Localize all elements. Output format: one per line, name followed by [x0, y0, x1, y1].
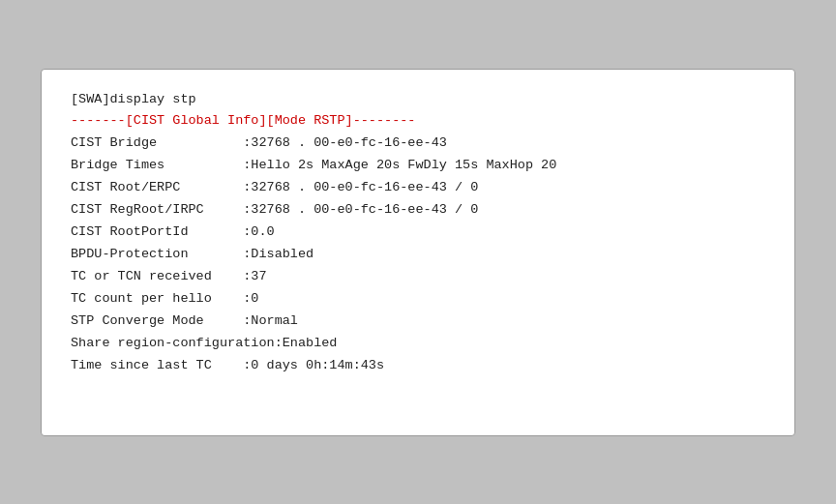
table-row: Bridge Times :Hello 2s MaxAge 20s FwDly …: [71, 155, 765, 177]
row-label: STP Converge Mode: [71, 311, 243, 333]
row-label: TC count per hello: [71, 288, 243, 311]
row-label: CIST Root/ERPC: [71, 177, 243, 199]
row-label: TC or TCN received: [71, 266, 243, 288]
row-value: :Enabled: [275, 336, 338, 350]
table-row: BPDU-Protection :Disabled: [71, 244, 765, 266]
table-row: TC or TCN received :37: [71, 266, 765, 288]
table-row: STP Converge Mode :Normal: [71, 311, 765, 333]
row-label: CIST RegRoot/IRPC: [71, 199, 243, 222]
table-row: CIST Root/ERPC :32768 . 00-e0-fc-16-ee-4…: [71, 177, 765, 199]
row-label: CIST RootPortId: [71, 222, 243, 244]
table-row: CIST Bridge :32768 . 00-e0-fc-16-ee-43: [71, 133, 765, 155]
command-line: [SWA]display stp: [71, 89, 765, 111]
row-label: CIST Bridge: [71, 133, 243, 155]
table-row: Share region-configuration:Enabled: [71, 333, 765, 355]
table-row: Time since last TC :0 days 0h:14m:43s: [71, 355, 765, 377]
row-value: :0.0: [243, 224, 274, 239]
table-row: CIST RegRoot/IRPC :32768 . 00-e0-fc-16-e…: [71, 199, 765, 222]
table-row: CIST RootPortId :0.0: [71, 222, 765, 244]
row-label: Bridge Times: [71, 155, 243, 177]
row-value: :0: [243, 291, 258, 306]
row-value: :37: [243, 269, 266, 283]
row-value: :32768 . 00-e0-fc-16-ee-43 / 0: [243, 202, 478, 217]
row-value: :32768 . 00-e0-fc-16-ee-43: [243, 135, 447, 150]
row-label: Time since last TC: [71, 355, 243, 377]
table-row: TC count per hello :0: [71, 288, 765, 311]
separator-line: -------[CIST Global Info][Mode RSTP]----…: [71, 110, 765, 133]
row-label: Share region-configuration: [71, 333, 275, 355]
row-value: :0 days 0h:14m:43s: [243, 358, 384, 372]
row-value: :Normal: [243, 313, 298, 328]
row-value: :Hello 2s MaxAge 20s FwDly 15s MaxHop 20: [243, 158, 556, 172]
row-value: :32768 . 00-e0-fc-16-ee-43 / 0: [243, 180, 478, 194]
terminal-box: [SWA]display stp -------[CIST Global Inf…: [41, 69, 795, 436]
row-value: :Disabled: [243, 247, 314, 261]
row-label: BPDU-Protection: [71, 244, 243, 266]
